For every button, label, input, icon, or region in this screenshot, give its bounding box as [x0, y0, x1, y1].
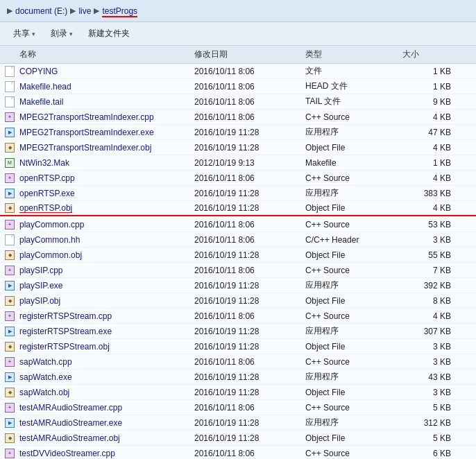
table-row[interactable]: playCommon.hh 2016/10/11 8:06 C/C++ Head… [0, 232, 476, 248]
file-name: MPEG2TransportStreamIndexer.cpp [19, 112, 194, 122]
file-size: 4 KB [402, 112, 458, 122]
table-row[interactable]: M NtWin32.Mak 2012/10/19 9:13 Makefile 1… [0, 155, 476, 171]
file-size: 53 KB [402, 220, 458, 230]
file-type: C++ Source [305, 357, 402, 367]
obj-icon: ◆ [0, 250, 19, 260]
table-row[interactable]: ◆ testAMRAudioStreamer.obj 2016/10/19 11… [0, 431, 476, 446]
col-header-date[interactable]: 修改日期 [194, 49, 305, 60]
addr-part-folder[interactable]: testProgs [102, 6, 137, 16]
table-row[interactable]: + playSIP.cpp 2016/10/11 8:06 C++ Source… [0, 263, 476, 278]
file-date: 2016/10/11 8:06 [194, 235, 305, 245]
file-type: C++ Source [305, 403, 402, 413]
file-date: 2016/10/11 8:06 [194, 311, 305, 321]
file-size: 383 KB [402, 189, 458, 198]
table-row[interactable]: ▶ MPEG2TransportStreamIndexer.exe 2016/1… [0, 125, 476, 140]
table-row[interactable]: ◆ registerRTSPStream.obj 2016/10/19 11:2… [0, 339, 476, 354]
file-date: 2016/10/19 11:28 [194, 372, 305, 382]
table-row[interactable]: ◆ openRTSP.obj 2016/10/19 11:28 Object F… [0, 201, 476, 216]
table-row[interactable]: ◆ sapWatch.obj 2016/10/19 11:28 Object F… [0, 385, 476, 400]
obj-icon: ◆ [0, 143, 19, 153]
table-row[interactable]: + sapWatch.cpp 2016/10/11 8:06 C++ Sourc… [0, 354, 476, 370]
burn-chevron: ▾ [69, 31, 73, 37]
table-row[interactable]: ▶ openRTSP.exe 2016/10/19 11:28 应用程序 383… [0, 186, 476, 201]
file-type: 应用程序 [305, 126, 402, 138]
file-name: COPYING [19, 67, 194, 76]
table-row[interactable]: + MPEG2TransportStreamIndexer.cpp 2016/1… [0, 110, 476, 125]
file-name: playSIP.cpp [19, 266, 194, 275]
file-date: 2016/10/19 11:28 [194, 342, 305, 352]
exe-icon: ▶ [0, 372, 19, 382]
file-type: Object File [305, 433, 402, 443]
share-label: 共享 [13, 28, 30, 40]
file-name: Makefile.tail [19, 97, 194, 107]
file-type: 应用程序 [305, 371, 402, 383]
file-date: 2016/10/19 11:28 [194, 388, 305, 397]
file-size: 47 KB [402, 128, 458, 137]
table-row[interactable]: Makefile.tail 2016/10/11 8:06 TAIL 文件 9 … [0, 94, 476, 110]
file-date: 2016/10/11 8:06 [194, 112, 305, 122]
col-header-name[interactable]: 名称 [0, 49, 194, 60]
file-name: playCommon.hh [19, 235, 194, 245]
file-type: HEAD 文件 [305, 80, 402, 92]
table-row[interactable]: + registerRTSPStream.cpp 2016/10/11 8:06… [0, 309, 476, 324]
file-type: 应用程序 [305, 279, 402, 291]
file-type: C++ Source [305, 449, 402, 458]
obj-icon: ◆ [0, 342, 19, 352]
file-date: 2016/10/19 11:28 [194, 327, 305, 336]
file-type: Object File [305, 203, 402, 213]
file-type: C++ Source [305, 173, 402, 183]
file-list: COPYING 2016/10/11 8:06 文件 1 KB Makefile… [0, 64, 476, 459]
table-row[interactable]: COPYING 2016/10/11 8:06 文件 1 KB [0, 64, 476, 79]
new-folder-label: 新建文件夹 [88, 28, 130, 40]
table-row[interactable]: ◆ playSIP.obj 2016/10/19 11:28 Object Fi… [0, 293, 476, 309]
file-date: 2012/10/19 9:13 [194, 158, 305, 168]
addr-part-drive[interactable]: document (E:) [15, 6, 67, 16]
file-size: 392 KB [402, 281, 458, 291]
file-name: testAMRAudioStreamer.cpp [19, 403, 194, 413]
file-size: 4 KB [402, 311, 458, 321]
table-row[interactable]: ▶ sapWatch.exe 2016/10/19 11:28 应用程序 43 … [0, 370, 476, 385]
file-size: 1 KB [402, 67, 458, 76]
file-date: 2016/10/11 8:06 [194, 357, 305, 367]
file-size: 3 KB [402, 235, 458, 245]
file-date: 2016/10/19 11:28 [194, 203, 305, 213]
table-row[interactable]: + testAMRAudioStreamer.cpp 2016/10/11 8:… [0, 400, 476, 415]
file-date: 2016/10/11 8:06 [194, 403, 305, 413]
table-row[interactable]: ▶ registerRTSPStream.exe 2016/10/19 11:2… [0, 324, 476, 339]
new-folder-button[interactable]: 新建文件夹 [82, 25, 136, 42]
burn-button[interactable]: 刻录 ▾ [44, 25, 79, 42]
file-name: playSIP.exe [19, 281, 194, 291]
file-name: registerRTSPStream.exe [19, 327, 194, 336]
exe-icon: ▶ [0, 189, 19, 198]
table-row[interactable]: ▶ playSIP.exe 2016/10/19 11:28 应用程序 392 … [0, 278, 476, 293]
table-row[interactable]: Makefile.head 2016/10/11 8:06 HEAD 文件 1 … [0, 79, 476, 94]
file-type: C++ Source [305, 220, 402, 230]
share-button[interactable]: 共享 ▾ [7, 25, 42, 42]
file-size: 3 KB [402, 357, 458, 367]
file-name: Makefile.head [19, 82, 194, 92]
file-size: 5 KB [402, 433, 458, 443]
table-row[interactable]: ◆ MPEG2TransportStreamIndexer.obj 2016/1… [0, 140, 476, 155]
table-row[interactable]: ◆ playCommon.obj 2016/10/19 11:28 Object… [0, 248, 476, 263]
col-header-type[interactable]: 类型 [305, 49, 402, 60]
file-type: Object File [305, 342, 402, 352]
table-row[interactable]: + playCommon.cpp 2016/10/11 8:06 C++ Sou… [0, 217, 476, 232]
table-row[interactable]: ▶ testAMRAudioStreamer.exe 2016/10/19 11… [0, 415, 476, 431]
table-row[interactable]: + testDVVideoStreamer.cpp 2016/10/11 8:0… [0, 446, 476, 459]
file-name: openRTSP.obj [19, 203, 194, 213]
obj-icon: ◆ [0, 433, 19, 443]
table-row[interactable]: + openRTSP.cpp 2016/10/11 8:06 C++ Sourc… [0, 171, 476, 186]
file-date: 2016/10/19 11:28 [194, 128, 305, 137]
col-header-size[interactable]: 大小 [402, 49, 458, 60]
file-name: registerRTSPStream.cpp [19, 311, 194, 321]
file-size: 3 KB [402, 342, 458, 352]
addr-part-live[interactable]: live [78, 6, 91, 16]
file-date: 2016/10/11 8:06 [194, 266, 305, 275]
file-date: 2016/10/11 8:06 [194, 97, 305, 107]
file-name: openRTSP.cpp [19, 173, 194, 183]
file-name: testAMRAudioStreamer.obj [19, 433, 194, 443]
doc-icon [0, 66, 19, 77]
file-name: registerRTSPStream.obj [19, 342, 194, 352]
toolbar: 共享 ▾ 刻录 ▾ 新建文件夹 [0, 22, 476, 46]
mak-icon: M [0, 158, 19, 168]
